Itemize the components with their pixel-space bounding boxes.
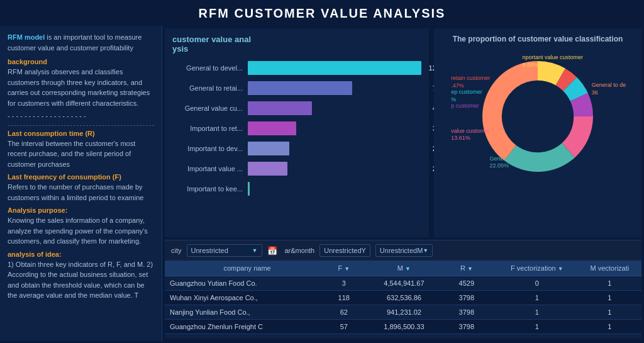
- year-value: Unrestricted: [324, 247, 361, 254]
- bar-row-6: Important to kee... 9: [172, 182, 421, 196]
- filter-row: city Unrestricted ▼ 📅 ar&month Unrestric…: [165, 240, 641, 261]
- bar-label-1: General to retai...: [172, 84, 248, 92]
- cell-company-3: Guangzhou Zhenlun Freight C: [165, 320, 330, 334]
- cell-r-2: 3798: [450, 305, 484, 320]
- analysis-purpose-text: Knowing the sales information of a compa…: [8, 215, 154, 247]
- calendar-icon: 📅: [267, 246, 277, 256]
- cell-f2-4: [358, 334, 371, 339]
- bar-row-3: Important to ret... 357: [172, 121, 421, 135]
- city-label: city: [171, 247, 182, 254]
- cell-m2-4: [437, 334, 450, 339]
- donut-segment-5: [504, 143, 575, 172]
- cell-fv-3: 1: [496, 320, 578, 334]
- bar-track-3: 357: [248, 121, 421, 135]
- bar-label-3: Important to ret...: [172, 125, 248, 132]
- city-chevron-icon: ▼: [252, 247, 258, 254]
- table-header-row: company name F ▼ M ▼ R ▼ F vectorization…: [165, 261, 641, 276]
- metric-f-text: Refers to the number of purchases made b…: [8, 182, 154, 203]
- cell-r2-3: [483, 320, 496, 334]
- year-dropdown[interactable]: Unrestricted Y: [319, 244, 370, 257]
- year-unit: Y: [362, 247, 366, 254]
- cell-f-4: 87: [330, 334, 358, 339]
- city-dropdown[interactable]: Unrestricted ▼: [187, 244, 262, 257]
- cell-fv-2: 1: [496, 305, 578, 320]
- month-unit: M: [417, 247, 423, 254]
- cell-fv-4: 1: [496, 334, 578, 339]
- bar-chart-bars: General to devel... 1242 General to reta…: [172, 61, 421, 196]
- analysis-idea-title: analysis of idea:: [8, 250, 154, 258]
- divider-text: - - - - - - - - - - - - - - - - - - -: [8, 111, 154, 121]
- cell-m-1: 632,536.86: [371, 291, 437, 305]
- col-r-empty: [483, 261, 496, 276]
- cell-f-1: 118: [330, 291, 358, 305]
- cell-f-0: 3: [330, 276, 358, 291]
- col-company[interactable]: company name: [165, 261, 330, 276]
- cell-r-0: 4529: [450, 276, 484, 291]
- table-row: Ningbo Jincheng Express Food Co., L 87 4…: [165, 334, 641, 339]
- bar-label-2: General value cu...: [172, 104, 248, 112]
- bar-label-0: General to devel...: [172, 64, 248, 72]
- cell-f2-1: [358, 291, 371, 305]
- cell-m2-1: [437, 291, 450, 305]
- cell-mv-1: 1: [578, 291, 641, 305]
- donut-wrapper: nportant value customer8.50%retain custo…: [441, 47, 634, 186]
- metric-r-title: Last consumption time (R): [8, 130, 154, 137]
- col-fv[interactable]: F vectorization ▼: [496, 261, 578, 276]
- col-f[interactable]: F ▼: [330, 261, 358, 276]
- table-body: Guangzhou Yutian Food Co. 3 4,544,941.67…: [165, 276, 641, 339]
- bar-track-4: 296: [248, 142, 421, 155]
- bar-fill-6: [248, 182, 250, 196]
- col-m[interactable]: M ▼: [371, 261, 437, 276]
- col-r[interactable]: R ▼: [450, 261, 484, 276]
- cell-mv-0: 1: [578, 276, 641, 291]
- cell-fv-0: 0: [496, 276, 578, 291]
- page-title: RFM CUSTOMER VALUE ANALYSIS: [0, 0, 644, 26]
- month-chevron-icon: ▼: [423, 247, 428, 254]
- main-content: RFM model is an important tool to measur…: [0, 26, 644, 341]
- bar-fill-3: [248, 121, 296, 135]
- bar-label-5: Important value ...: [172, 165, 248, 172]
- donut-chart-container: The proportion of customer value classif…: [434, 28, 641, 237]
- bar-fill-2: [248, 101, 312, 115]
- bar-fill-5: [248, 162, 287, 176]
- col-f-empty: [358, 261, 371, 276]
- table-container: company name F ▼ M ▼ R ▼ F vectorization…: [165, 261, 641, 339]
- bar-fill-4: [248, 142, 289, 155]
- cell-f-3: 57: [330, 320, 358, 334]
- cell-mv-4: 1: [578, 334, 641, 339]
- cell-m-2: 941,231.02: [371, 305, 437, 320]
- table-row: Guangzhou Zhenlun Freight C 57 1,896,500…: [165, 320, 641, 334]
- sidebar-divider: [8, 125, 154, 126]
- cell-company-1: Wuhan Xinyi Aerospace Co.,: [165, 291, 330, 305]
- bar-track-5: 290: [248, 162, 421, 176]
- bar-track-2: 464: [248, 101, 421, 115]
- cell-m-4: 414,350.56: [371, 334, 437, 339]
- analysis-purpose-title: Analysis purpose:: [8, 206, 154, 214]
- charts-row: customer value analysis General to devel…: [162, 26, 644, 240]
- background-title: background: [8, 58, 154, 65]
- bar-track-0: 1242: [248, 61, 421, 75]
- cell-m2-3: [437, 320, 450, 334]
- rfm-highlight: RFM model: [8, 33, 45, 41]
- cell-company-2: Nanjing Yunlian Food Co.,: [165, 305, 330, 320]
- cell-company-0: Guangzhou Yutian Food Co.: [165, 276, 330, 291]
- metric-f-title: Last frequency of consumption (F): [8, 173, 154, 181]
- bar-chart-title: customer value analysis: [172, 35, 421, 53]
- bar-row-4: Important to dev... 296: [172, 142, 421, 155]
- cell-company-4: Ningbo Jincheng Express Food Co., L: [165, 334, 330, 339]
- month-dropdown[interactable]: Unrestricted M ▼: [375, 244, 433, 257]
- col-mv[interactable]: M vectorizati: [578, 261, 641, 276]
- donut-segment-6: [482, 61, 538, 160]
- bar-chart-container: customer value analysis General to devel…: [165, 28, 429, 237]
- bar-track-1: 752: [248, 81, 421, 95]
- cell-r2-4: [483, 334, 496, 339]
- bar-row-2: General value cu... 464: [172, 101, 421, 115]
- bar-label-6: Important to kee...: [172, 185, 248, 193]
- cell-mv-3: 1: [578, 320, 641, 334]
- analysis-idea-text: 1) Obtain three key indicators of R, F, …: [8, 259, 154, 301]
- ar-month-label: ar&month: [285, 247, 315, 254]
- cell-f-2: 62: [330, 305, 358, 320]
- cell-r-3: 3798: [450, 320, 484, 334]
- cell-m-0: 4,544,941.67: [371, 276, 437, 291]
- cell-m2-0: [437, 276, 450, 291]
